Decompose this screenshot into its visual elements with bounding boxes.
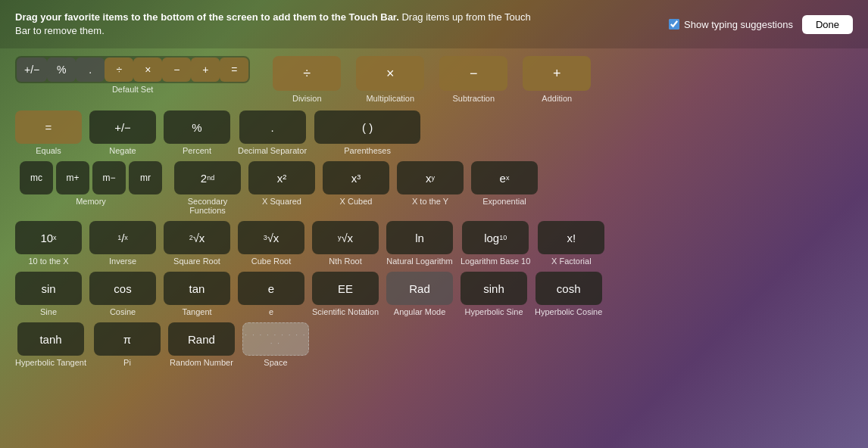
ln-button[interactable]: ln: [386, 221, 453, 254]
xtoy-label: X to the Y: [412, 197, 448, 206]
top-operators-row: ÷ Division × Multiplication − Subtractio…: [273, 56, 591, 103]
ee-label: Scientific Notation: [312, 307, 379, 316]
division-label: Division: [292, 94, 322, 103]
decimal-item: . Decimal Separator: [238, 110, 307, 155]
sinh-label: Hyperbolic Sine: [465, 307, 523, 316]
equals-button[interactable]: =: [15, 110, 82, 144]
sin-button[interactable]: sin: [15, 272, 82, 305]
xsquared-button[interactable]: x²: [248, 161, 315, 194]
addition-button[interactable]: +: [523, 56, 591, 91]
log10-item: log10 Logarithm Base 10: [461, 221, 530, 266]
secondary-label: SecondaryFunctions: [188, 197, 228, 215]
sin-item: sin Sine: [15, 272, 82, 316]
tanh-button[interactable]: tanh: [17, 322, 84, 356]
ds-btn-sub[interactable]: −: [162, 58, 191, 82]
space-button[interactable]: · · · · · · · · · · ·: [242, 322, 309, 356]
row1: = Equals +/− Negate % Percent . Decimal …: [15, 110, 853, 155]
subtraction-label: Subtraction: [452, 94, 495, 103]
rad-item: Rad Angular Mode: [386, 272, 453, 316]
rand-button[interactable]: Rand: [168, 322, 235, 356]
division-button[interactable]: ÷: [273, 56, 341, 91]
ds-btn-add[interactable]: +: [191, 58, 220, 82]
ln-label: Natural Logarithm: [386, 257, 452, 266]
multiplication-button[interactable]: ×: [356, 56, 424, 91]
show-typing-checkbox[interactable]: [669, 19, 679, 30]
pi-label: Pi: [123, 358, 131, 367]
rad-label: Angular Mode: [394, 307, 446, 316]
ee-button[interactable]: EE: [312, 272, 379, 305]
xcubed-button[interactable]: x³: [323, 161, 389, 194]
e-button[interactable]: e: [238, 272, 304, 305]
percent-label: Percent: [183, 146, 211, 155]
ds-btn-percent[interactable]: %: [47, 58, 76, 82]
rand-label: Random Number: [170, 358, 233, 367]
content-area: +/− % . ÷ × − + = Default Set ÷ Division…: [0, 48, 868, 381]
parentheses-button[interactable]: ( ): [314, 110, 420, 144]
cos-item: cos Cosine: [89, 272, 156, 316]
tan-label: Tangent: [182, 307, 211, 316]
negate-button[interactable]: +/−: [89, 110, 156, 144]
pi-button[interactable]: π: [94, 322, 161, 356]
row4: sin Sine cos Cosine tan Tangent e e EE S…: [15, 272, 853, 316]
factorial-button[interactable]: x!: [538, 221, 604, 254]
inverse-item: 1/x Inverse: [89, 221, 156, 266]
ds-btn-div[interactable]: ÷: [105, 58, 133, 82]
nthroot-button[interactable]: y√x: [312, 221, 379, 254]
exponential-button[interactable]: ex: [471, 161, 538, 194]
xcubed-item: x³ X Cubed: [323, 161, 389, 206]
mc-button[interactable]: mc: [20, 161, 53, 194]
division-item: ÷ Division: [273, 56, 341, 103]
xsquared-label: X Squared: [262, 197, 301, 206]
tentox-button[interactable]: 10x: [15, 221, 82, 254]
tan-item: tan Tangent: [164, 272, 230, 316]
mplus-button[interactable]: m+: [56, 161, 89, 194]
log10-button[interactable]: log10: [462, 221, 529, 254]
sinh-button[interactable]: sinh: [461, 272, 527, 305]
top-row: +/− % . ÷ × − + = Default Set ÷ Division…: [15, 56, 853, 103]
done-button[interactable]: Done: [802, 15, 853, 34]
subtraction-item: − Subtraction: [439, 56, 507, 103]
pi-item: π Pi: [94, 322, 161, 367]
cuberoot-item: 3√x Cube Root: [238, 221, 304, 266]
multiplication-label: Multiplication: [366, 94, 414, 103]
cuberoot-label: Cube Root: [251, 257, 292, 266]
squareroot-label: Square Root: [173, 257, 220, 266]
inverse-label: Inverse: [109, 257, 136, 266]
cos-button[interactable]: cos: [89, 272, 156, 305]
parentheses-label: Parentheses: [344, 146, 391, 155]
xtoy-button[interactable]: xy: [397, 161, 464, 194]
ln-item: ln Natural Logarithm: [386, 221, 453, 266]
ds-btn-eq[interactable]: =: [220, 58, 248, 82]
inverse-button[interactable]: 1/x: [89, 221, 156, 254]
sinh-item: sinh Hyperbolic Sine: [461, 272, 527, 316]
decimal-button[interactable]: .: [239, 110, 306, 144]
secondary-button[interactable]: 2nd: [174, 161, 241, 194]
squareroot-button[interactable]: 2√x: [164, 221, 230, 254]
rad-button[interactable]: Rad: [386, 272, 453, 305]
addition-item: + Addition: [523, 56, 591, 103]
addition-label: Addition: [542, 94, 572, 103]
cosh-label: Hyperbolic Cosine: [535, 307, 602, 316]
mr-button[interactable]: mr: [129, 161, 162, 194]
e-label: e: [269, 307, 273, 316]
mminus-button[interactable]: m−: [92, 161, 126, 194]
memory-item: mc m+ m− mr Memory: [15, 161, 167, 206]
row2: mc m+ m− mr Memory 2nd SecondaryFunction…: [15, 161, 853, 215]
show-typing-label[interactable]: Show typing suggestions: [669, 19, 793, 30]
cosh-button[interactable]: cosh: [535, 272, 602, 305]
negate-item: +/− Negate: [89, 110, 156, 155]
negate-label: Negate: [109, 146, 136, 155]
ds-btn-dot[interactable]: .: [76, 58, 105, 82]
ds-btn-mul[interactable]: ×: [133, 58, 162, 82]
cuberoot-button[interactable]: 3√x: [238, 221, 304, 254]
nthroot-item: y√x Nth Root: [312, 221, 379, 266]
ds-btn-plusminus[interactable]: +/−: [17, 58, 47, 82]
percent-button[interactable]: %: [164, 110, 230, 144]
header: Drag your favorite items to the bottom o…: [0, 0, 868, 48]
instruction-text: Drag your favorite items to the bottom o…: [15, 11, 545, 38]
subtraction-button[interactable]: −: [439, 56, 507, 91]
exponential-label: Exponential: [482, 197, 526, 206]
tan-button[interactable]: tan: [164, 272, 230, 305]
tentox-label: 10 to the X: [28, 257, 68, 266]
cosh-item: cosh Hyperbolic Cosine: [535, 272, 602, 316]
